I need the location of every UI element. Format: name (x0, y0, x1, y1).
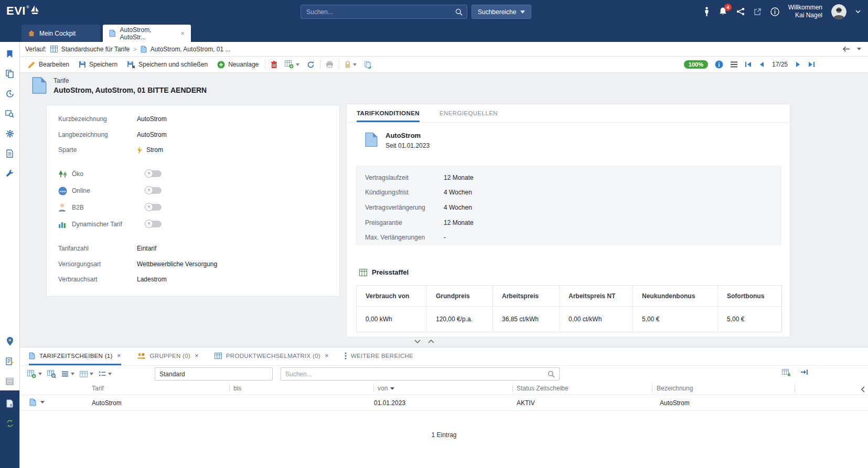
sidebar-top-group (0, 44, 19, 183)
dropdown-caret-icon[interactable] (38, 373, 42, 375)
column-header-bezeichnung[interactable]: Bezeichnung (657, 385, 693, 392)
app-logo[interactable]: EVI ® (6, 4, 39, 18)
close-tab-icon[interactable]: × (325, 352, 329, 360)
matrix-grid-icon (215, 353, 222, 359)
refresh-button[interactable] (303, 57, 318, 73)
user-menu[interactable]: Willkommen Kai Nagel (788, 4, 822, 19)
view-name-input[interactable] (155, 367, 273, 380)
dropdown-caret-icon[interactable] (296, 63, 299, 66)
tab-weitere-bereiche[interactable]: WEITERE BEREICHE (345, 347, 413, 365)
new-record-button[interactable]: Neuanlage (212, 57, 263, 73)
tab-mein-cockpit[interactable]: Mein Cockpit (22, 25, 100, 42)
first-record-icon[interactable] (745, 61, 752, 68)
online-toggle[interactable]: × (146, 187, 162, 194)
list-add-button[interactable] (27, 370, 42, 378)
column-header-bis[interactable]: bis (233, 385, 241, 392)
tarif-document-icon (31, 76, 47, 95)
search-icon[interactable] (548, 371, 555, 378)
presence-button[interactable] (704, 7, 710, 17)
price-table-row[interactable]: 0,00 kWh 120,00 €/p.a. 36,85 ct/kWh 0,00… (357, 307, 781, 332)
workspace-tab-bar: Mein Cockpit AutoStrom, AutoStr... × (0, 23, 868, 42)
oeko-toggle[interactable]: × (146, 170, 162, 177)
logo-text: EVI (6, 4, 26, 18)
notes-button[interactable] (0, 351, 19, 371)
locations-button[interactable] (0, 331, 19, 351)
close-tab-icon[interactable]: × (180, 29, 185, 37)
breadcrumb-item-search[interactable]: Standardsuche für Tarife (61, 46, 130, 53)
sync-button[interactable] (0, 413, 19, 433)
add-related-button[interactable] (281, 57, 303, 73)
external-link-icon (754, 8, 762, 16)
settings-button[interactable] (0, 124, 19, 144)
print-button[interactable] (322, 57, 337, 73)
duplicate-button[interactable] (360, 57, 376, 73)
tools-button[interactable] (0, 164, 19, 183)
dropdown-caret-icon[interactable] (108, 373, 112, 375)
search-icon[interactable] (455, 8, 463, 16)
last-record-icon[interactable] (808, 61, 815, 68)
help-button[interactable] (770, 7, 779, 16)
menu-icon[interactable] (730, 61, 738, 68)
b2b-toggle[interactable]: × (146, 204, 162, 211)
user-menu-toggle[interactable] (855, 10, 861, 13)
dropdown-caret-icon[interactable] (90, 373, 93, 375)
lock-icon (345, 61, 351, 69)
open-external-button[interactable] (754, 8, 762, 16)
tab-record[interactable]: AutoStrom, AutoStr... × (103, 25, 191, 42)
global-search-input[interactable] (301, 5, 455, 18)
documents-button[interactable] (0, 144, 19, 164)
field-label: Langbezeichnung (58, 131, 137, 138)
close-tab-icon[interactable]: × (117, 352, 121, 360)
tab-tarifzeitscheiben[interactable]: TARIFZEITSCHEIBEN (1) × (29, 347, 121, 365)
search-areas-button[interactable]: Suchbereiche (471, 5, 531, 19)
tab-tarifkonditionen[interactable]: TARIFKONDITIONEN (357, 104, 420, 122)
pin-panel-icon[interactable] (800, 369, 808, 375)
dynamischer-tarif-toggle[interactable]: × (146, 221, 162, 227)
table-search-icon (47, 370, 56, 378)
grid-row-autostrom[interactable]: AutoStrom 01.01.2023 AKTIV AutoStrom (20, 395, 868, 411)
dropdown-caret-icon[interactable] (71, 373, 74, 375)
save-close-button[interactable]: Speichern und schließen (122, 57, 212, 73)
column-header-tarif[interactable]: Tarif (92, 385, 104, 392)
lock-button[interactable] (341, 57, 360, 73)
history-button[interactable] (0, 84, 19, 104)
advanced-search-button[interactable] (0, 104, 19, 124)
copy-records-button[interactable] (0, 64, 19, 84)
collapse-down-icon[interactable] (413, 339, 422, 344)
tab-produktwechselmatrix[interactable]: PRODUKTWECHSELMATRIX (0) × (215, 347, 329, 365)
column-header-von[interactable]: von (378, 385, 394, 392)
notifications-button[interactable]: 4 (719, 7, 727, 16)
dropdown-caret-icon[interactable] (353, 63, 357, 66)
calendar-button[interactable] (0, 371, 19, 391)
history-dropdown-icon[interactable] (857, 48, 861, 50)
delete-button[interactable] (267, 57, 281, 73)
share-button[interactable] (736, 7, 745, 16)
condition-row: Vertragslaufzeit 12 Monate (365, 173, 474, 182)
save-button[interactable]: Speichern (74, 57, 122, 73)
list-search-input[interactable] (281, 368, 548, 380)
back-arrow-icon[interactable] (842, 46, 850, 52)
row-menu-caret-icon[interactable] (40, 401, 45, 404)
edit-button[interactable]: Bearbeiten (23, 57, 74, 73)
list-search-button[interactable] (47, 370, 56, 378)
close-tab-icon[interactable]: × (195, 352, 199, 360)
detail-view-button[interactable] (99, 371, 112, 377)
collapse-right-panel-button[interactable] (861, 386, 865, 393)
tab-energiequellen[interactable]: ENERGIEQUELLEN (440, 104, 498, 122)
tab-label: WEITERE BEREICHE (351, 353, 413, 359)
document-settings-button[interactable] (0, 394, 19, 413)
record-info-icon[interactable] (715, 60, 723, 69)
previous-record-icon[interactable] (758, 61, 764, 68)
table-view-button[interactable] (80, 371, 93, 377)
list-view-button[interactable] (61, 371, 74, 377)
next-record-icon[interactable] (796, 61, 801, 68)
tab-gruppen[interactable]: GRUPPEN (0) × (137, 347, 199, 365)
completeness-badge[interactable]: 100% (684, 60, 708, 69)
avatar[interactable] (831, 4, 846, 19)
bookmarks-button[interactable] (0, 44, 19, 64)
table-export-icon[interactable] (782, 369, 791, 377)
breadcrumb-item-record[interactable]: AutoStrom, AutoStrom, 01 ... (151, 46, 231, 53)
globe-www-icon: www (58, 187, 67, 195)
column-header-status[interactable]: Status Zeitscheibe (517, 385, 569, 392)
expand-up-icon[interactable] (427, 339, 435, 344)
